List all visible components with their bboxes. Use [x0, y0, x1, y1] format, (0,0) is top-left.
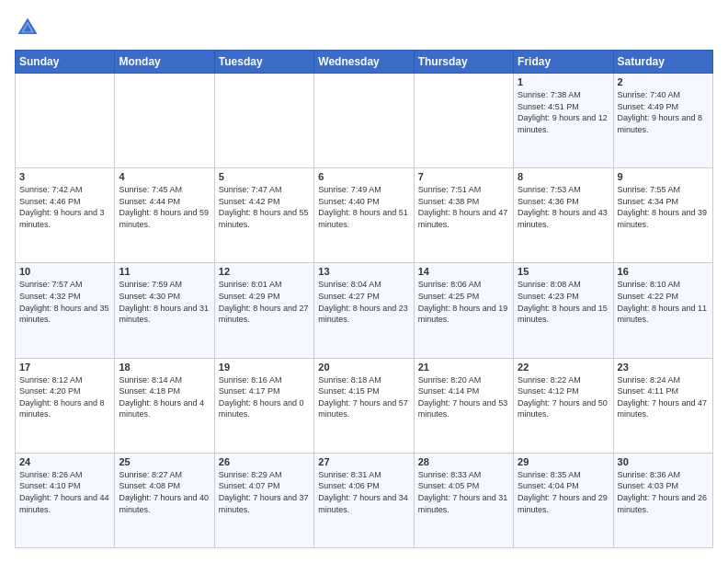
calendar-cell: 12Sunrise: 8:01 AMSunset: 4:29 PMDayligh…	[214, 263, 313, 358]
day-number: 12	[219, 266, 310, 277]
day-number: 27	[318, 456, 409, 467]
week-row-1: 1Sunrise: 7:38 AMSunset: 4:51 PMDaylight…	[16, 74, 713, 168]
calendar-cell	[314, 74, 414, 168]
day-info: Sunrise: 8:04 AMSunset: 4:27 PMDaylight:…	[318, 279, 409, 325]
calendar-cell: 26Sunrise: 8:29 AMSunset: 4:07 PMDayligh…	[214, 453, 313, 547]
calendar-cell: 6Sunrise: 7:49 AMSunset: 4:40 PMDaylight…	[314, 168, 414, 263]
day-number: 18	[119, 362, 210, 373]
weekday-header-saturday: Saturday	[613, 51, 712, 74]
calendar-cell	[214, 74, 313, 168]
day-info: Sunrise: 8:18 AMSunset: 4:15 PMDaylight:…	[318, 374, 409, 420]
day-number: 20	[318, 362, 409, 373]
day-info: Sunrise: 8:22 AMSunset: 4:12 PMDaylight:…	[518, 374, 609, 420]
day-info: Sunrise: 8:31 AMSunset: 4:06 PMDaylight:…	[318, 469, 409, 515]
day-info: Sunrise: 7:57 AMSunset: 4:32 PMDaylight:…	[19, 279, 110, 325]
day-info: Sunrise: 8:16 AMSunset: 4:17 PMDaylight:…	[219, 374, 310, 420]
day-info: Sunrise: 7:59 AMSunset: 4:30 PMDaylight:…	[119, 279, 210, 325]
day-number: 26	[219, 456, 310, 467]
day-number: 28	[418, 456, 509, 467]
day-number: 8	[518, 171, 609, 182]
day-info: Sunrise: 8:24 AMSunset: 4:11 PMDaylight:…	[618, 374, 709, 420]
calendar-cell: 5Sunrise: 7:47 AMSunset: 4:42 PMDaylight…	[214, 168, 313, 263]
day-number: 19	[219, 362, 310, 373]
calendar-cell: 29Sunrise: 8:35 AMSunset: 4:04 PMDayligh…	[514, 453, 613, 547]
day-number: 4	[119, 171, 210, 182]
day-number: 11	[119, 266, 210, 277]
day-info: Sunrise: 7:38 AMSunset: 4:51 PMDaylight:…	[518, 89, 609, 135]
header	[15, 15, 713, 40]
day-number: 21	[418, 362, 509, 373]
calendar-cell: 20Sunrise: 8:18 AMSunset: 4:15 PMDayligh…	[314, 358, 414, 453]
day-number: 16	[618, 266, 709, 277]
calendar-cell: 9Sunrise: 7:55 AMSunset: 4:34 PMDaylight…	[613, 168, 712, 263]
calendar-cell: 16Sunrise: 8:10 AMSunset: 4:22 PMDayligh…	[613, 263, 712, 358]
day-number: 15	[518, 266, 609, 277]
calendar-cell: 15Sunrise: 8:08 AMSunset: 4:23 PMDayligh…	[514, 263, 613, 358]
logo	[15, 15, 44, 40]
day-info: Sunrise: 8:29 AMSunset: 4:07 PMDaylight:…	[219, 469, 310, 515]
day-info: Sunrise: 7:47 AMSunset: 4:42 PMDaylight:…	[219, 184, 310, 230]
day-number: 14	[418, 266, 509, 277]
weekday-header-sunday: Sunday	[16, 51, 115, 74]
page: SundayMondayTuesdayWednesdayThursdayFrid…	[0, 0, 728, 563]
weekday-header-tuesday: Tuesday	[214, 51, 313, 74]
day-number: 9	[618, 171, 709, 182]
day-info: Sunrise: 8:36 AMSunset: 4:03 PMDaylight:…	[618, 469, 709, 515]
day-number: 13	[318, 266, 409, 277]
day-info: Sunrise: 8:08 AMSunset: 4:23 PMDaylight:…	[518, 279, 609, 325]
calendar-cell: 14Sunrise: 8:06 AMSunset: 4:25 PMDayligh…	[414, 263, 513, 358]
day-number: 22	[518, 362, 609, 373]
day-number: 6	[318, 171, 409, 182]
calendar-cell: 28Sunrise: 8:33 AMSunset: 4:05 PMDayligh…	[414, 453, 513, 547]
week-row-4: 17Sunrise: 8:12 AMSunset: 4:20 PMDayligh…	[16, 358, 713, 453]
day-info: Sunrise: 8:14 AMSunset: 4:18 PMDaylight:…	[119, 374, 210, 420]
day-number: 7	[418, 171, 509, 182]
day-info: Sunrise: 7:42 AMSunset: 4:46 PMDaylight:…	[19, 184, 110, 230]
day-number: 10	[19, 266, 110, 277]
day-info: Sunrise: 7:53 AMSunset: 4:36 PMDaylight:…	[518, 184, 609, 230]
calendar-cell: 23Sunrise: 8:24 AMSunset: 4:11 PMDayligh…	[613, 358, 712, 453]
day-info: Sunrise: 7:55 AMSunset: 4:34 PMDaylight:…	[618, 184, 709, 230]
calendar-cell: 4Sunrise: 7:45 AMSunset: 4:44 PMDaylight…	[115, 168, 214, 263]
calendar-cell	[16, 74, 115, 168]
day-info: Sunrise: 8:26 AMSunset: 4:10 PMDaylight:…	[19, 469, 110, 515]
day-info: Sunrise: 8:20 AMSunset: 4:14 PMDaylight:…	[418, 374, 509, 420]
calendar-cell	[115, 74, 214, 168]
day-number: 17	[19, 362, 110, 373]
day-number: 5	[219, 171, 310, 182]
day-info: Sunrise: 7:40 AMSunset: 4:49 PMDaylight:…	[618, 89, 709, 135]
day-info: Sunrise: 8:10 AMSunset: 4:22 PMDaylight:…	[618, 279, 709, 325]
day-info: Sunrise: 7:51 AMSunset: 4:38 PMDaylight:…	[418, 184, 509, 230]
calendar-cell: 11Sunrise: 7:59 AMSunset: 4:30 PMDayligh…	[115, 263, 214, 358]
calendar-cell: 2Sunrise: 7:40 AMSunset: 4:49 PMDaylight…	[613, 74, 712, 168]
day-info: Sunrise: 7:49 AMSunset: 4:40 PMDaylight:…	[318, 184, 409, 230]
day-info: Sunrise: 8:35 AMSunset: 4:04 PMDaylight:…	[518, 469, 609, 515]
calendar-cell: 10Sunrise: 7:57 AMSunset: 4:32 PMDayligh…	[16, 263, 115, 358]
day-info: Sunrise: 8:12 AMSunset: 4:20 PMDaylight:…	[19, 374, 110, 420]
day-number: 3	[19, 171, 110, 182]
calendar-cell: 13Sunrise: 8:04 AMSunset: 4:27 PMDayligh…	[314, 263, 414, 358]
calendar-cell: 18Sunrise: 8:14 AMSunset: 4:18 PMDayligh…	[115, 358, 214, 453]
day-info: Sunrise: 7:45 AMSunset: 4:44 PMDaylight:…	[119, 184, 210, 230]
calendar-table: SundayMondayTuesdayWednesdayThursdayFrid…	[15, 50, 713, 548]
day-number: 25	[119, 456, 210, 467]
day-info: Sunrise: 8:01 AMSunset: 4:29 PMDaylight:…	[219, 279, 310, 325]
calendar-cell: 3Sunrise: 7:42 AMSunset: 4:46 PMDaylight…	[16, 168, 115, 263]
day-number: 24	[19, 456, 110, 467]
day-number: 23	[618, 362, 709, 373]
weekday-header-row: SundayMondayTuesdayWednesdayThursdayFrid…	[16, 51, 713, 74]
calendar-cell: 24Sunrise: 8:26 AMSunset: 4:10 PMDayligh…	[16, 453, 115, 547]
calendar-cell: 19Sunrise: 8:16 AMSunset: 4:17 PMDayligh…	[214, 358, 313, 453]
calendar-cell: 1Sunrise: 7:38 AMSunset: 4:51 PMDaylight…	[514, 74, 613, 168]
calendar-cell: 17Sunrise: 8:12 AMSunset: 4:20 PMDayligh…	[16, 358, 115, 453]
logo-icon	[15, 15, 40, 40]
weekday-header-friday: Friday	[514, 51, 613, 74]
weekday-header-monday: Monday	[115, 51, 214, 74]
day-info: Sunrise: 8:06 AMSunset: 4:25 PMDaylight:…	[418, 279, 509, 325]
day-info: Sunrise: 8:33 AMSunset: 4:05 PMDaylight:…	[418, 469, 509, 515]
calendar-cell: 21Sunrise: 8:20 AMSunset: 4:14 PMDayligh…	[414, 358, 513, 453]
weekday-header-wednesday: Wednesday	[314, 51, 414, 74]
calendar-cell: 27Sunrise: 8:31 AMSunset: 4:06 PMDayligh…	[314, 453, 414, 547]
week-row-3: 10Sunrise: 7:57 AMSunset: 4:32 PMDayligh…	[16, 263, 713, 358]
weekday-header-thursday: Thursday	[414, 51, 513, 74]
